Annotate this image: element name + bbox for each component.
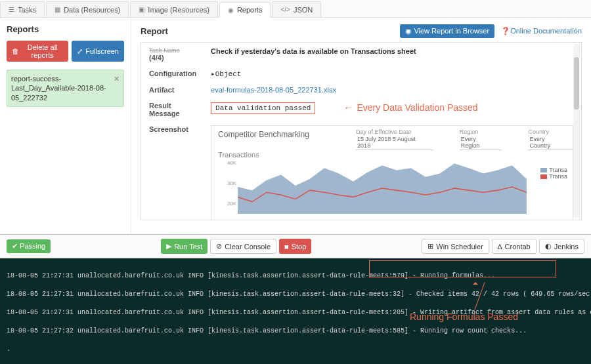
tab-data-label: Data (Resources) <box>64 6 120 14</box>
clear-console-button[interactable]: ⊘Clear Console <box>210 239 276 254</box>
crontab-button[interactable]: ∆ Crontab <box>492 239 536 254</box>
play-icon: ▶ <box>166 242 171 251</box>
help-icon: ❓ <box>501 27 510 35</box>
tab-data-resources[interactable]: ▦Data (Resources) <box>46 1 129 17</box>
artifact-key: Artifact <box>142 83 203 97</box>
linux-icon: ∆ <box>498 243 502 251</box>
image-icon: ▣ <box>139 6 144 13</box>
view-report-browser-button[interactable]: ◉ View Report in Browser <box>400 24 494 38</box>
report-item-label: report-success-Last_Day_Available-2018-0… <box>11 74 114 102</box>
stop-button[interactable]: ■Stop <box>279 239 311 254</box>
reports-title: Reports <box>7 24 124 34</box>
task-counter: (4/4) <box>149 54 164 62</box>
windows-icon: ⊞ <box>427 242 433 251</box>
report-detail-box: Task Name(4/4) Check if yesterday's data… <box>141 42 582 220</box>
jenkins-icon: ◐ <box>545 242 552 251</box>
tab-reports-label: Reports <box>237 6 263 14</box>
ban-icon: ⊘ <box>216 242 222 251</box>
expand-icon: ⤢ <box>77 47 83 56</box>
config-value[interactable]: ▸Object <box>204 66 580 81</box>
result-key: Result Message <box>142 98 203 121</box>
annotation-arrow-icon <box>460 278 492 311</box>
status-passing-badge: ✔ Passing <box>7 239 51 253</box>
tab-image-label: Image (Resources) <box>148 6 209 14</box>
jenkins-button[interactable]: ◐ Jenkins <box>539 239 584 254</box>
scrollbar-thumb[interactable] <box>574 57 579 110</box>
tab-tasks[interactable]: ☰Tasks <box>0 1 45 17</box>
delete-all-reports-button[interactable]: 🗑Delete all reports <box>7 41 68 62</box>
result-message: Data validation passed <box>211 102 315 114</box>
annotation-highlight-box <box>369 260 556 277</box>
console-line: . <box>7 345 584 354</box>
chart-plot <box>238 160 527 214</box>
screenshot-key: Screenshot <box>142 122 203 220</box>
win-scheduler-button[interactable]: ⊞ Win Scheduler <box>422 239 489 254</box>
check-icon: ✔ <box>12 242 20 250</box>
chart-section: Transactions <box>218 151 566 159</box>
scrollbar[interactable] <box>573 44 580 218</box>
task-name: Check if yesterday's data is available o… <box>211 47 416 55</box>
chart-filters: Day of Effective Date15 July 2018 5 Augu… <box>356 129 573 150</box>
run-test-button[interactable]: ▶Run Test <box>161 239 208 254</box>
report-title: Report <box>141 26 168 36</box>
eye-icon: ◉ <box>228 7 234 14</box>
reports-sidebar: Reports 🗑Delete all reports ⤢Fullscreen … <box>0 18 131 234</box>
tab-json-label: JSON <box>294 6 313 14</box>
close-icon[interactable]: ✕ <box>114 74 120 83</box>
report-panel: Report ◉ View Report in Browser ❓Online … <box>131 18 591 234</box>
trash-icon: 🗑 <box>12 47 19 55</box>
tab-json[interactable]: </>JSON <box>272 1 321 17</box>
eye-icon: ◉ <box>405 27 414 35</box>
tab-image-resources[interactable]: ▣Image (Resources) <box>130 1 218 17</box>
console-output[interactable]: 18-08-05 21:27:31 unallocated.barefruit.… <box>0 258 591 364</box>
table-icon: ▦ <box>55 6 60 13</box>
list-icon: ☰ <box>9 6 14 13</box>
top-tabs: ☰Tasks ▦Data (Resources) ▣Image (Resourc… <box>0 0 591 18</box>
main-area: Reports 🗑Delete all reports ⤢Fullscreen … <box>0 18 591 234</box>
console-line: 18-08-05 21:27:32 unallocated.barefruit.… <box>7 327 584 336</box>
screenshot-preview: Competitor Benchmarking Day of Effective… <box>211 125 573 220</box>
config-key: Configuration <box>142 66 203 81</box>
code-icon: </> <box>280 6 290 13</box>
annotation-validation-passed: Every Data Validation Passed <box>343 102 477 113</box>
annotation-formulas-passed: Running Formulas Passed <box>410 311 518 324</box>
artifact-link[interactable]: eval-formulas-2018-08-05_222731.xlsx <box>211 86 336 94</box>
online-docs-link[interactable]: ❓Online Documentation <box>501 27 582 35</box>
console-line: 18-08-05 21:27:31 unallocated.barefruit.… <box>7 290 584 299</box>
tab-tasks-label: Tasks <box>18 6 36 14</box>
test-toolbar: ✔ Passing ▶Run Test ⊘Clear Console ■Stop… <box>0 234 591 258</box>
report-list-item[interactable]: report-success-Last_Day_Available-2018-0… <box>7 70 124 107</box>
fullscreen-button[interactable]: ⤢Fullscreen <box>72 41 124 62</box>
chart-legend: Transa Transa <box>540 167 567 180</box>
stop-icon: ■ <box>284 243 289 251</box>
tab-reports[interactable]: ◉Reports <box>219 2 271 18</box>
